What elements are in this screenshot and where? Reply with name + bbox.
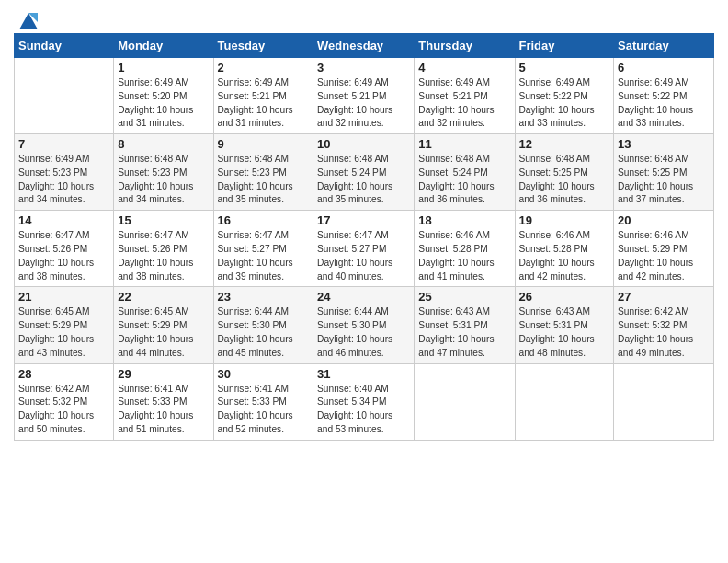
day-number: 25: [418, 290, 510, 304]
calendar-cell: 22Sunrise: 6:45 AMSunset: 5:29 PMDayligh…: [114, 287, 213, 363]
day-info: Sunrise: 6:45 AMSunset: 5:29 PMDaylight:…: [118, 305, 209, 360]
day-number: 29: [118, 367, 209, 381]
day-info: Sunrise: 6:42 AMSunset: 5:32 PMDaylight:…: [18, 383, 109, 437]
day-info: Sunrise: 6:49 AMSunset: 5:21 PMDaylight:…: [418, 76, 510, 131]
calendar-cell: 20Sunrise: 6:46 AMSunset: 5:29 PMDayligh…: [614, 211, 714, 287]
calendar-week-row: 21Sunrise: 6:45 AMSunset: 5:29 PMDayligh…: [15, 287, 714, 363]
calendar-week-row: 7Sunrise: 6:49 AMSunset: 5:23 PMDaylight…: [15, 134, 714, 211]
day-info: Sunrise: 6:41 AMSunset: 5:33 PMDaylight:…: [218, 383, 310, 437]
day-info: Sunrise: 6:48 AMSunset: 5:23 PMDaylight:…: [118, 153, 209, 207]
weekday-header-tuesday: Tuesday: [213, 34, 313, 58]
day-number: 1: [118, 61, 209, 75]
calendar-cell: 5Sunrise: 6:49 AMSunset: 5:22 PMDaylight…: [515, 58, 614, 134]
logo: [14, 9, 41, 29]
calendar-week-row: 1Sunrise: 6:49 AMSunset: 5:20 PMDaylight…: [15, 58, 714, 134]
day-number: 30: [218, 367, 310, 381]
day-info: Sunrise: 6:45 AMSunset: 5:29 PMDaylight:…: [18, 305, 109, 360]
calendar-cell: 21Sunrise: 6:45 AMSunset: 5:29 PMDayligh…: [15, 287, 114, 363]
day-number: 9: [218, 137, 310, 151]
day-number: 20: [618, 213, 710, 227]
day-info: Sunrise: 6:46 AMSunset: 5:28 PMDaylight:…: [418, 229, 510, 283]
day-number: 13: [618, 137, 710, 151]
calendar-cell: 6Sunrise: 6:49 AMSunset: 5:22 PMDaylight…: [614, 58, 714, 134]
day-number: 24: [317, 290, 410, 304]
day-number: 28: [18, 367, 109, 381]
calendar-cell: 7Sunrise: 6:49 AMSunset: 5:23 PMDaylight…: [15, 134, 114, 211]
calendar-cell: 23Sunrise: 6:44 AMSunset: 5:30 PMDayligh…: [213, 287, 313, 363]
calendar-cell: 2Sunrise: 6:49 AMSunset: 5:21 PMDaylight…: [213, 58, 313, 134]
day-info: Sunrise: 6:46 AMSunset: 5:28 PMDaylight:…: [519, 229, 610, 283]
calendar-cell: 1Sunrise: 6:49 AMSunset: 5:20 PMDaylight…: [114, 58, 213, 134]
day-number: 10: [317, 137, 410, 151]
calendar-cell: [15, 58, 114, 134]
calendar-week-row: 14Sunrise: 6:47 AMSunset: 5:26 PMDayligh…: [15, 211, 714, 287]
calendar-header-row: SundayMondayTuesdayWednesdayThursdayFrid…: [15, 34, 714, 58]
day-info: Sunrise: 6:44 AMSunset: 5:30 PMDaylight:…: [218, 305, 310, 360]
calendar-cell: 17Sunrise: 6:47 AMSunset: 5:27 PMDayligh…: [313, 211, 415, 287]
day-number: 19: [519, 213, 610, 227]
calendar-cell: 16Sunrise: 6:47 AMSunset: 5:27 PMDayligh…: [213, 211, 313, 287]
weekday-header-wednesday: Wednesday: [313, 34, 415, 58]
calendar-cell: 13Sunrise: 6:48 AMSunset: 5:25 PMDayligh…: [614, 134, 714, 211]
calendar-cell: 3Sunrise: 6:49 AMSunset: 5:21 PMDaylight…: [313, 58, 415, 134]
day-info: Sunrise: 6:48 AMSunset: 5:23 PMDaylight:…: [218, 153, 310, 207]
page-header: [14, 9, 714, 29]
calendar-cell: [614, 363, 714, 440]
weekday-header-thursday: Thursday: [415, 34, 515, 58]
day-number: 18: [418, 213, 510, 227]
day-info: Sunrise: 6:42 AMSunset: 5:32 PMDaylight:…: [618, 305, 710, 360]
weekday-header-friday: Friday: [515, 34, 614, 58]
calendar-cell: [515, 363, 614, 440]
day-info: Sunrise: 6:47 AMSunset: 5:27 PMDaylight:…: [218, 229, 310, 283]
calendar-cell: 29Sunrise: 6:41 AMSunset: 5:33 PMDayligh…: [114, 363, 213, 440]
day-number: 16: [218, 213, 310, 227]
day-info: Sunrise: 6:49 AMSunset: 5:21 PMDaylight:…: [317, 76, 410, 131]
day-number: 14: [18, 213, 109, 227]
day-info: Sunrise: 6:49 AMSunset: 5:20 PMDaylight:…: [118, 76, 209, 131]
day-info: Sunrise: 6:44 AMSunset: 5:30 PMDaylight:…: [317, 305, 410, 360]
calendar-cell: 26Sunrise: 6:43 AMSunset: 5:31 PMDayligh…: [515, 287, 614, 363]
day-info: Sunrise: 6:47 AMSunset: 5:26 PMDaylight:…: [118, 229, 209, 283]
calendar-cell: 12Sunrise: 6:48 AMSunset: 5:25 PMDayligh…: [515, 134, 614, 211]
day-number: 11: [418, 137, 510, 151]
day-number: 4: [418, 61, 510, 75]
day-number: 12: [519, 137, 610, 151]
day-info: Sunrise: 6:49 AMSunset: 5:21 PMDaylight:…: [218, 76, 310, 131]
calendar-cell: 8Sunrise: 6:48 AMSunset: 5:23 PMDaylight…: [114, 134, 213, 211]
day-info: Sunrise: 6:41 AMSunset: 5:33 PMDaylight:…: [118, 383, 209, 437]
day-info: Sunrise: 6:49 AMSunset: 5:23 PMDaylight:…: [18, 153, 109, 207]
weekday-header-monday: Monday: [114, 34, 213, 58]
day-info: Sunrise: 6:40 AMSunset: 5:34 PMDaylight:…: [317, 383, 410, 437]
calendar-cell: 28Sunrise: 6:42 AMSunset: 5:32 PMDayligh…: [15, 363, 114, 440]
weekday-header-saturday: Saturday: [614, 34, 714, 58]
calendar-cell: 27Sunrise: 6:42 AMSunset: 5:32 PMDayligh…: [614, 287, 714, 363]
day-number: 22: [118, 290, 209, 304]
day-number: 2: [218, 61, 310, 75]
day-number: 8: [118, 137, 209, 151]
day-number: 15: [118, 213, 209, 227]
weekday-header-sunday: Sunday: [15, 34, 114, 58]
calendar-cell: 14Sunrise: 6:47 AMSunset: 5:26 PMDayligh…: [15, 211, 114, 287]
day-info: Sunrise: 6:47 AMSunset: 5:26 PMDaylight:…: [18, 229, 109, 283]
day-info: Sunrise: 6:48 AMSunset: 5:25 PMDaylight:…: [519, 153, 610, 207]
calendar-cell: 24Sunrise: 6:44 AMSunset: 5:30 PMDayligh…: [313, 287, 415, 363]
calendar-week-row: 28Sunrise: 6:42 AMSunset: 5:32 PMDayligh…: [15, 363, 714, 440]
day-number: 23: [218, 290, 310, 304]
calendar-cell: 9Sunrise: 6:48 AMSunset: 5:23 PMDaylight…: [213, 134, 313, 211]
day-number: 21: [18, 290, 109, 304]
day-number: 27: [618, 290, 710, 304]
calendar-cell: 18Sunrise: 6:46 AMSunset: 5:28 PMDayligh…: [415, 211, 515, 287]
day-number: 6: [618, 61, 710, 75]
calendar-cell: 30Sunrise: 6:41 AMSunset: 5:33 PMDayligh…: [213, 363, 313, 440]
day-info: Sunrise: 6:48 AMSunset: 5:24 PMDaylight:…: [418, 153, 510, 207]
day-info: Sunrise: 6:43 AMSunset: 5:31 PMDaylight:…: [519, 305, 610, 360]
day-info: Sunrise: 6:43 AMSunset: 5:31 PMDaylight:…: [418, 305, 510, 360]
day-number: 3: [317, 61, 410, 75]
day-info: Sunrise: 6:49 AMSunset: 5:22 PMDaylight:…: [519, 76, 610, 131]
calendar-cell: 19Sunrise: 6:46 AMSunset: 5:28 PMDayligh…: [515, 211, 614, 287]
day-number: 31: [317, 367, 410, 381]
calendar-cell: 4Sunrise: 6:49 AMSunset: 5:21 PMDaylight…: [415, 58, 515, 134]
calendar-cell: 31Sunrise: 6:40 AMSunset: 5:34 PMDayligh…: [313, 363, 415, 440]
calendar-cell: 11Sunrise: 6:48 AMSunset: 5:24 PMDayligh…: [415, 134, 515, 211]
day-info: Sunrise: 6:48 AMSunset: 5:24 PMDaylight:…: [317, 153, 410, 207]
